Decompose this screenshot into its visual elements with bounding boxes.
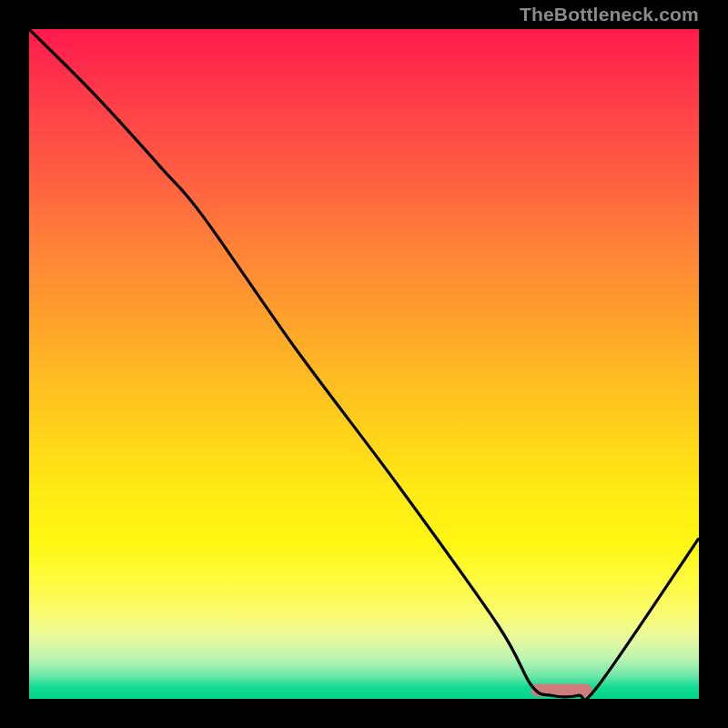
chart-frame: TheBottleneck.com <box>0 0 728 728</box>
chart-svg <box>29 29 699 699</box>
plot-area <box>29 29 699 699</box>
watermark-label: TheBottleneck.com <box>520 4 699 25</box>
bottleneck-curve <box>29 29 699 699</box>
